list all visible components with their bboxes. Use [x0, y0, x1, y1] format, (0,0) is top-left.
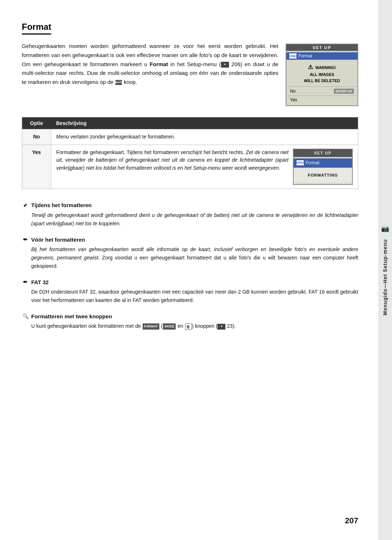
camera-row-format: FORMAT Format [286, 52, 358, 60]
option-no-desc: Menu verlaten zonder geheugenkaart te fo… [51, 129, 358, 145]
camera-screen-2-body: FORMAT Format FORMATTING [294, 157, 352, 184]
page-number: 207 [345, 516, 358, 525]
yes-text: Formatteer de geheugenkaart. Tijdens het… [56, 149, 289, 172]
page-title: Format [22, 22, 51, 35]
page: Format Geheugenkaarten moeten worden gef… [0, 0, 392, 540]
format-icon-2: FORMAT [297, 160, 304, 165]
camera-screen-2-title: SET UP [294, 149, 352, 157]
intro-section: Geheugenkaarten moeten worden geformatte… [22, 42, 358, 106]
note-voor-title: Vóór het formatteren [31, 237, 85, 243]
note-tijdens-title: Tijdens het formatteren [31, 202, 91, 208]
option-yes-desc: Formatteer de geheugenkaart. Tijdens het… [51, 145, 358, 189]
camera-yes-row: Yes [286, 96, 358, 104]
check-icon: ✔ [22, 202, 29, 209]
main-content: Format Geheugenkaarten moeten worden gef… [0, 0, 378, 540]
sidebar-label: Menugids—Het Setup-menu [382, 239, 388, 315]
sidebar-tab-inner: 📷 Menugids—Het Setup-menu [381, 225, 389, 315]
camera-screen-2: SET UP FORMAT Format FORMATTING [293, 149, 353, 185]
enter-ok-badge: ENTER OK [334, 89, 354, 94]
sidebar-tab: 📷 Menugids—Het Setup-menu [378, 0, 392, 540]
note-voor-body: Bij het formatteren van geheugenkaarten … [22, 245, 358, 270]
yes-cell-content: Formatteer de geheugenkaart. Tijdens het… [56, 149, 353, 185]
setup-menu-ref-icon: ✦ [221, 62, 229, 68]
camera-screen-1-body: FORMAT Format ⚠ WARNING! ALL IMAGES WILL… [286, 51, 358, 105]
note-voor-header: ✏ Vóór het formatteren [22, 236, 358, 243]
note-tijdens: ✔ Tijdens het formatteren Terwijl de geh… [22, 202, 358, 228]
note-fat32-header: ✏ FAT 32 [22, 278, 358, 286]
warning-icon: ⚠ [308, 64, 313, 70]
pencil-icon-fat32: ✏ [22, 278, 29, 286]
options-table: Optie Beschrijving No Menu verlaten zond… [22, 117, 358, 189]
camera-icon: 🔍 [22, 313, 29, 320]
note-tijdens-body: Terwijl de geheugenkaart wordt geformatt… [22, 211, 358, 228]
table-row-no: No Menu verlaten zonder geheugenkaart te… [22, 129, 358, 145]
note-twee-knoppen: 🔍 Formatteren met twee knoppen U kunt ge… [22, 313, 358, 330]
table-row-yes: Yes Formatteer de geheugenkaart. Tijdens… [22, 145, 358, 189]
camera-row-format-2: FORMAT Format [294, 158, 352, 168]
option-yes-label: Yes [22, 145, 51, 189]
trash-btn-icon: 🗑 [185, 323, 192, 330]
note-voor: ✏ Vóór het formatteren Bij het formatter… [22, 236, 358, 270]
note-fat32-title: FAT 32 [31, 279, 49, 285]
note-twee-knoppen-header: 🔍 Formatteren met twee knoppen [22, 313, 358, 320]
note-fat32-body: De D2H ondersteunt FAT 32, waardoor gehe… [22, 288, 358, 305]
warning-box: ⚠ WARNING! ALL IMAGES WILL BE DELETED [286, 60, 358, 87]
sidebar-camera-icon: 📷 [381, 225, 389, 233]
camera-screen-1: SET UP FORMAT Format ⚠ WARNING! ALL IMAG… [286, 44, 358, 106]
formatting-box: FORMATTING [294, 168, 352, 183]
option-no-label: No [22, 129, 51, 145]
camera-options: No ENTER OK [286, 87, 358, 96]
camera-screen-1-title: SET UP [286, 44, 358, 51]
table-header-beschrijving: Beschrijving [51, 117, 358, 129]
format-icon: FORMAT [289, 53, 297, 59]
note-fat32: ✏ FAT 32 De D2H ondersteunt FAT 32, waar… [22, 278, 358, 305]
mode-btn-icon: MODE [163, 323, 176, 330]
pencil-icon-voor: ✏ [22, 236, 29, 243]
intro-text: Geheugenkaarten moeten worden geformatte… [22, 42, 278, 87]
note-twee-knoppen-title: Formatteren met twee knoppen [31, 313, 112, 319]
note-tijdens-header: ✔ Tijdens het formatteren [22, 202, 358, 209]
note-twee-knoppen-body: U kunt geheugenkaarten ook formatteren m… [22, 322, 358, 330]
format-btn-icon: FORMAT [143, 323, 159, 330]
enter-button-icon: ENTER [115, 80, 122, 85]
ref-icon-23: ✦ [217, 324, 225, 330]
table-header-optie: Optie [22, 117, 51, 129]
